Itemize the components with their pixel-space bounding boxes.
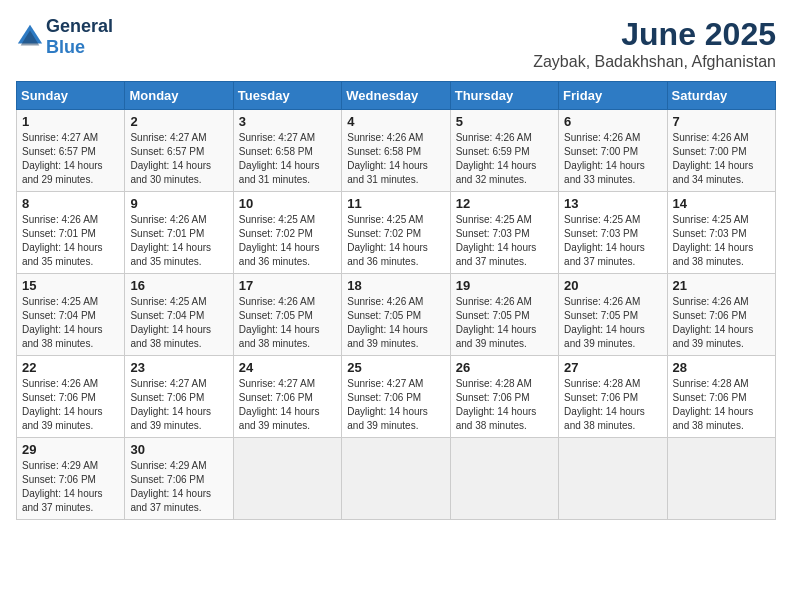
calendar-cell: 16Sunrise: 4:25 AMSunset: 7:04 PMDayligh… [125, 274, 233, 356]
day-number: 1 [22, 114, 119, 129]
day-info: Sunrise: 4:28 AMSunset: 7:06 PMDaylight:… [673, 377, 770, 433]
weekday-header-wednesday: Wednesday [342, 82, 450, 110]
day-number: 20 [564, 278, 661, 293]
day-info: Sunrise: 4:26 AMSunset: 7:05 PMDaylight:… [347, 295, 444, 351]
calendar-cell: 19Sunrise: 4:26 AMSunset: 7:05 PMDayligh… [450, 274, 558, 356]
calendar-cell [450, 438, 558, 520]
day-number: 18 [347, 278, 444, 293]
day-info: Sunrise: 4:26 AMSunset: 7:05 PMDaylight:… [456, 295, 553, 351]
calendar-cell: 26Sunrise: 4:28 AMSunset: 7:06 PMDayligh… [450, 356, 558, 438]
logo-icon [16, 23, 44, 51]
calendar-cell: 7Sunrise: 4:26 AMSunset: 7:00 PMDaylight… [667, 110, 775, 192]
day-info: Sunrise: 4:28 AMSunset: 7:06 PMDaylight:… [564, 377, 661, 433]
weekday-header-friday: Friday [559, 82, 667, 110]
day-info: Sunrise: 4:27 AMSunset: 6:57 PMDaylight:… [130, 131, 227, 187]
calendar-cell: 30Sunrise: 4:29 AMSunset: 7:06 PMDayligh… [125, 438, 233, 520]
calendar-cell: 28Sunrise: 4:28 AMSunset: 7:06 PMDayligh… [667, 356, 775, 438]
day-info: Sunrise: 4:26 AMSunset: 7:00 PMDaylight:… [564, 131, 661, 187]
day-number: 2 [130, 114, 227, 129]
day-number: 15 [22, 278, 119, 293]
weekday-header-monday: Monday [125, 82, 233, 110]
calendar-cell: 14Sunrise: 4:25 AMSunset: 7:03 PMDayligh… [667, 192, 775, 274]
weekday-header-thursday: Thursday [450, 82, 558, 110]
day-number: 22 [22, 360, 119, 375]
calendar-cell: 29Sunrise: 4:29 AMSunset: 7:06 PMDayligh… [17, 438, 125, 520]
day-number: 26 [456, 360, 553, 375]
calendar-week-row: 15Sunrise: 4:25 AMSunset: 7:04 PMDayligh… [17, 274, 776, 356]
calendar-cell: 15Sunrise: 4:25 AMSunset: 7:04 PMDayligh… [17, 274, 125, 356]
day-number: 7 [673, 114, 770, 129]
title-area: June 2025 Zaybak, Badakhshan, Afghanista… [533, 16, 776, 71]
month-title: June 2025 [533, 16, 776, 53]
day-number: 12 [456, 196, 553, 211]
day-info: Sunrise: 4:26 AMSunset: 6:59 PMDaylight:… [456, 131, 553, 187]
day-number: 14 [673, 196, 770, 211]
calendar-cell: 8Sunrise: 4:26 AMSunset: 7:01 PMDaylight… [17, 192, 125, 274]
day-number: 8 [22, 196, 119, 211]
day-number: 13 [564, 196, 661, 211]
day-number: 17 [239, 278, 336, 293]
calendar-cell: 17Sunrise: 4:26 AMSunset: 7:05 PMDayligh… [233, 274, 341, 356]
calendar-cell: 2Sunrise: 4:27 AMSunset: 6:57 PMDaylight… [125, 110, 233, 192]
calendar-cell: 25Sunrise: 4:27 AMSunset: 7:06 PMDayligh… [342, 356, 450, 438]
day-number: 28 [673, 360, 770, 375]
day-info: Sunrise: 4:29 AMSunset: 7:06 PMDaylight:… [22, 459, 119, 515]
calendar-cell: 21Sunrise: 4:26 AMSunset: 7:06 PMDayligh… [667, 274, 775, 356]
day-number: 23 [130, 360, 227, 375]
day-info: Sunrise: 4:27 AMSunset: 6:58 PMDaylight:… [239, 131, 336, 187]
calendar-cell [342, 438, 450, 520]
calendar-week-row: 8Sunrise: 4:26 AMSunset: 7:01 PMDaylight… [17, 192, 776, 274]
calendar-week-row: 29Sunrise: 4:29 AMSunset: 7:06 PMDayligh… [17, 438, 776, 520]
calendar-cell: 6Sunrise: 4:26 AMSunset: 7:00 PMDaylight… [559, 110, 667, 192]
day-info: Sunrise: 4:25 AMSunset: 7:03 PMDaylight:… [673, 213, 770, 269]
day-info: Sunrise: 4:27 AMSunset: 7:06 PMDaylight:… [130, 377, 227, 433]
day-info: Sunrise: 4:29 AMSunset: 7:06 PMDaylight:… [130, 459, 227, 515]
logo: General Blue [16, 16, 113, 58]
calendar-cell [559, 438, 667, 520]
day-info: Sunrise: 4:25 AMSunset: 7:02 PMDaylight:… [347, 213, 444, 269]
calendar-table: SundayMondayTuesdayWednesdayThursdayFrid… [16, 81, 776, 520]
day-info: Sunrise: 4:26 AMSunset: 7:05 PMDaylight:… [564, 295, 661, 351]
day-number: 24 [239, 360, 336, 375]
day-info: Sunrise: 4:27 AMSunset: 6:57 PMDaylight:… [22, 131, 119, 187]
calendar-cell: 23Sunrise: 4:27 AMSunset: 7:06 PMDayligh… [125, 356, 233, 438]
calendar-week-row: 1Sunrise: 4:27 AMSunset: 6:57 PMDaylight… [17, 110, 776, 192]
logo-general-text: General [46, 16, 113, 36]
day-info: Sunrise: 4:26 AMSunset: 7:01 PMDaylight:… [22, 213, 119, 269]
day-number: 27 [564, 360, 661, 375]
day-number: 6 [564, 114, 661, 129]
day-info: Sunrise: 4:26 AMSunset: 7:06 PMDaylight:… [22, 377, 119, 433]
day-info: Sunrise: 4:26 AMSunset: 7:01 PMDaylight:… [130, 213, 227, 269]
weekday-header-sunday: Sunday [17, 82, 125, 110]
calendar-cell: 22Sunrise: 4:26 AMSunset: 7:06 PMDayligh… [17, 356, 125, 438]
location-title: Zaybak, Badakhshan, Afghanistan [533, 53, 776, 71]
calendar-cell: 5Sunrise: 4:26 AMSunset: 6:59 PMDaylight… [450, 110, 558, 192]
day-info: Sunrise: 4:27 AMSunset: 7:06 PMDaylight:… [239, 377, 336, 433]
day-number: 3 [239, 114, 336, 129]
day-info: Sunrise: 4:26 AMSunset: 7:06 PMDaylight:… [673, 295, 770, 351]
day-info: Sunrise: 4:25 AMSunset: 7:04 PMDaylight:… [22, 295, 119, 351]
day-number: 4 [347, 114, 444, 129]
day-info: Sunrise: 4:25 AMSunset: 7:03 PMDaylight:… [456, 213, 553, 269]
day-info: Sunrise: 4:26 AMSunset: 7:00 PMDaylight:… [673, 131, 770, 187]
day-number: 29 [22, 442, 119, 457]
calendar-cell: 3Sunrise: 4:27 AMSunset: 6:58 PMDaylight… [233, 110, 341, 192]
day-info: Sunrise: 4:28 AMSunset: 7:06 PMDaylight:… [456, 377, 553, 433]
day-number: 25 [347, 360, 444, 375]
calendar-cell: 12Sunrise: 4:25 AMSunset: 7:03 PMDayligh… [450, 192, 558, 274]
day-info: Sunrise: 4:26 AMSunset: 6:58 PMDaylight:… [347, 131, 444, 187]
calendar-cell: 11Sunrise: 4:25 AMSunset: 7:02 PMDayligh… [342, 192, 450, 274]
day-number: 9 [130, 196, 227, 211]
calendar-cell: 9Sunrise: 4:26 AMSunset: 7:01 PMDaylight… [125, 192, 233, 274]
day-number: 21 [673, 278, 770, 293]
calendar-cell: 1Sunrise: 4:27 AMSunset: 6:57 PMDaylight… [17, 110, 125, 192]
page-header: General Blue June 2025 Zaybak, Badakhsha… [16, 16, 776, 71]
weekday-header-tuesday: Tuesday [233, 82, 341, 110]
calendar-cell: 13Sunrise: 4:25 AMSunset: 7:03 PMDayligh… [559, 192, 667, 274]
calendar-cell: 20Sunrise: 4:26 AMSunset: 7:05 PMDayligh… [559, 274, 667, 356]
weekday-header-saturday: Saturday [667, 82, 775, 110]
calendar-cell: 27Sunrise: 4:28 AMSunset: 7:06 PMDayligh… [559, 356, 667, 438]
day-number: 30 [130, 442, 227, 457]
calendar-cell [667, 438, 775, 520]
day-info: Sunrise: 4:27 AMSunset: 7:06 PMDaylight:… [347, 377, 444, 433]
